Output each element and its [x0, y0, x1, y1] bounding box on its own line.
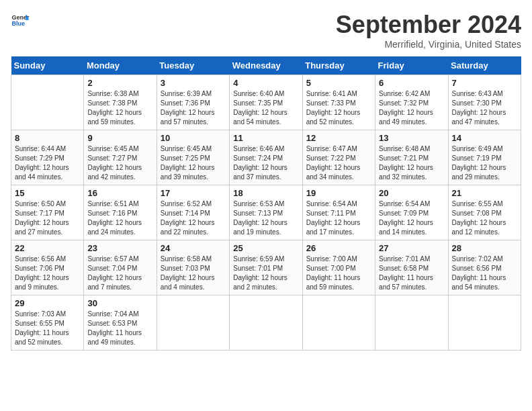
day-info: Sunrise: 6:54 AMSunset: 7:11 PMDaylight:…: [306, 199, 371, 237]
day-number: 11: [233, 133, 298, 143]
day-info: Sunrise: 6:51 AMSunset: 7:16 PMDaylight:…: [87, 199, 152, 237]
day-info: Sunrise: 6:53 AMSunset: 7:13 PMDaylight:…: [233, 199, 298, 237]
day-info: Sunrise: 6:50 AMSunset: 7:17 PMDaylight:…: [15, 199, 80, 237]
day-number: 16: [87, 188, 152, 198]
day-number: 6: [379, 78, 444, 88]
day-number: 28: [452, 243, 517, 253]
calendar-day-22: 22Sunrise: 6:56 AMSunset: 7:06 PMDayligh…: [11, 240, 84, 295]
header-saturday: Saturday: [448, 56, 521, 75]
sunrise-text: Sunrise: 6:45 AM: [87, 145, 138, 152]
day-info: Sunrise: 6:46 AMSunset: 7:24 PMDaylight:…: [233, 144, 298, 182]
calendar-day-30: 30Sunrise: 7:04 AMSunset: 6:53 PMDayligh…: [84, 295, 157, 351]
calendar-week-row: 2Sunrise: 6:38 AMSunset: 7:38 PMDaylight…: [11, 75, 521, 130]
calendar-day-26: 26Sunrise: 7:00 AMSunset: 7:00 PMDayligh…: [302, 240, 375, 295]
header-sunday: Sunday: [11, 56, 84, 75]
day-number: 29: [15, 298, 80, 308]
calendar-day-24: 24Sunrise: 6:58 AMSunset: 7:03 PMDayligh…: [157, 240, 229, 295]
weekday-header-row: Sunday Monday Tuesday Wednesday Thursday…: [11, 56, 521, 75]
day-number: 17: [161, 188, 226, 198]
sunset-text: Sunset: 7:27 PM: [87, 154, 137, 162]
sunrise-text: Sunrise: 6:44 AM: [15, 145, 66, 152]
sunset-text: Sunset: 7:24 PM: [233, 154, 283, 162]
day-info: Sunrise: 6:39 AMSunset: 7:36 PMDaylight:…: [161, 89, 226, 127]
calendar-day-21: 21Sunrise: 6:55 AMSunset: 7:08 PMDayligh…: [448, 185, 521, 240]
page-header: General Blue September 2024 Merrifield, …: [11, 11, 521, 50]
day-info: Sunrise: 6:40 AMSunset: 7:35 PMDaylight:…: [233, 89, 298, 127]
sunrise-text: Sunrise: 6:38 AM: [87, 90, 138, 97]
day-number: 18: [233, 188, 298, 198]
calendar-day-8: 8Sunrise: 6:44 AMSunset: 7:29 PMDaylight…: [11, 130, 84, 185]
calendar-week-row: 15Sunrise: 6:50 AMSunset: 7:17 PMDayligh…: [11, 185, 521, 240]
sunset-text: Sunset: 7:01 PM: [233, 265, 283, 272]
calendar-day-9: 9Sunrise: 6:45 AMSunset: 7:27 PMDaylight…: [84, 130, 157, 185]
calendar-empty-cell: [375, 295, 448, 351]
calendar-table: Sunday Monday Tuesday Wednesday Thursday…: [11, 56, 521, 351]
sunrise-text: Sunrise: 6:51 AM: [87, 200, 138, 208]
day-info: Sunrise: 6:58 AMSunset: 7:03 PMDaylight:…: [161, 255, 226, 292]
calendar-day-17: 17Sunrise: 6:52 AMSunset: 7:14 PMDayligh…: [157, 185, 229, 240]
day-info: Sunrise: 6:44 AMSunset: 7:29 PMDaylight:…: [15, 144, 80, 182]
sunrise-text: Sunrise: 6:46 AM: [233, 145, 284, 152]
sunset-text: Sunset: 7:16 PM: [87, 210, 137, 217]
sunset-text: Sunset: 7:09 PM: [379, 210, 429, 217]
calendar-empty-cell: [302, 295, 375, 351]
calendar-day-15: 15Sunrise: 6:50 AMSunset: 7:17 PMDayligh…: [11, 185, 84, 240]
sunrise-text: Sunrise: 6:53 AM: [233, 200, 284, 208]
sunrise-text: Sunrise: 7:04 AM: [87, 310, 138, 318]
calendar-day-6: 6Sunrise: 6:42 AMSunset: 7:32 PMDaylight…: [375, 75, 448, 130]
sunrise-text: Sunrise: 6:57 AM: [87, 255, 138, 263]
calendar-day-18: 18Sunrise: 6:53 AMSunset: 7:13 PMDayligh…: [230, 185, 302, 240]
sunset-text: Sunset: 7:13 PM: [233, 210, 283, 217]
day-info: Sunrise: 7:03 AMSunset: 6:55 PMDaylight:…: [15, 310, 80, 347]
calendar-week-row: 29Sunrise: 7:03 AMSunset: 6:55 PMDayligh…: [11, 295, 521, 351]
day-info: Sunrise: 6:54 AMSunset: 7:09 PMDaylight:…: [379, 199, 444, 237]
daylight-text: Daylight: 12 hours and 4 minutes.: [161, 274, 215, 291]
calendar-day-2: 2Sunrise: 6:38 AMSunset: 7:38 PMDaylight…: [84, 75, 157, 130]
daylight-text: Daylight: 12 hours and 42 minutes.: [87, 164, 142, 181]
sunset-text: Sunset: 7:21 PM: [379, 154, 429, 162]
day-info: Sunrise: 6:59 AMSunset: 7:01 PMDaylight:…: [233, 255, 298, 292]
day-number: 4: [233, 78, 298, 88]
day-info: Sunrise: 6:45 AMSunset: 7:27 PMDaylight:…: [87, 144, 152, 182]
day-info: Sunrise: 6:48 AMSunset: 7:21 PMDaylight:…: [379, 144, 444, 182]
header-tuesday: Tuesday: [157, 56, 229, 75]
calendar-day-3: 3Sunrise: 6:39 AMSunset: 7:36 PMDaylight…: [157, 75, 229, 130]
sunset-text: Sunset: 7:30 PM: [452, 99, 502, 107]
day-info: Sunrise: 7:02 AMSunset: 6:56 PMDaylight:…: [452, 255, 517, 292]
day-info: Sunrise: 7:00 AMSunset: 7:00 PMDaylight:…: [306, 255, 371, 292]
sunrise-text: Sunrise: 7:03 AM: [15, 310, 66, 318]
day-info: Sunrise: 7:04 AMSunset: 6:53 PMDaylight:…: [87, 310, 152, 347]
sunrise-text: Sunrise: 6:56 AM: [15, 255, 66, 263]
daylight-text: Daylight: 12 hours and 29 minutes.: [452, 164, 506, 181]
calendar-day-13: 13Sunrise: 6:48 AMSunset: 7:21 PMDayligh…: [375, 130, 448, 185]
daylight-text: Daylight: 12 hours and 44 minutes.: [15, 164, 69, 181]
sunset-text: Sunset: 7:35 PM: [233, 99, 283, 107]
calendar-day-27: 27Sunrise: 7:01 AMSunset: 6:58 PMDayligh…: [375, 240, 448, 295]
day-number: 15: [15, 188, 80, 198]
sunset-text: Sunset: 7:38 PM: [87, 99, 137, 107]
calendar-day-5: 5Sunrise: 6:41 AMSunset: 7:33 PMDaylight…: [302, 75, 375, 130]
day-number: 21: [452, 188, 517, 198]
sunrise-text: Sunrise: 6:41 AM: [306, 90, 357, 97]
daylight-text: Daylight: 11 hours and 54 minutes.: [452, 274, 506, 291]
sunset-text: Sunset: 7:03 PM: [161, 265, 210, 272]
daylight-text: Daylight: 12 hours and 7 minutes.: [87, 274, 142, 291]
sunset-text: Sunset: 7:11 PM: [306, 210, 356, 217]
daylight-text: Daylight: 12 hours and 52 minutes.: [306, 109, 361, 126]
calendar-day-11: 11Sunrise: 6:46 AMSunset: 7:24 PMDayligh…: [230, 130, 302, 185]
day-number: 2: [87, 78, 152, 88]
day-number: 10: [161, 133, 226, 143]
calendar-day-29: 29Sunrise: 7:03 AMSunset: 6:55 PMDayligh…: [11, 295, 84, 351]
calendar-empty-cell: [448, 295, 521, 351]
day-info: Sunrise: 6:52 AMSunset: 7:14 PMDaylight:…: [161, 199, 226, 237]
day-number: 25: [233, 243, 298, 253]
daylight-text: Daylight: 12 hours and 59 minutes.: [87, 109, 142, 126]
calendar-empty-cell: [230, 295, 302, 351]
sunset-text: Sunset: 6:53 PM: [87, 320, 137, 327]
calendar-day-7: 7Sunrise: 6:43 AMSunset: 7:30 PMDaylight…: [448, 75, 521, 130]
sunrise-text: Sunrise: 6:43 AM: [452, 90, 503, 97]
calendar-week-row: 22Sunrise: 6:56 AMSunset: 7:06 PMDayligh…: [11, 240, 521, 295]
day-info: Sunrise: 6:43 AMSunset: 7:30 PMDaylight:…: [452, 89, 517, 127]
sunrise-text: Sunrise: 6:54 AM: [306, 200, 357, 208]
calendar-day-20: 20Sunrise: 6:54 AMSunset: 7:09 PMDayligh…: [375, 185, 448, 240]
